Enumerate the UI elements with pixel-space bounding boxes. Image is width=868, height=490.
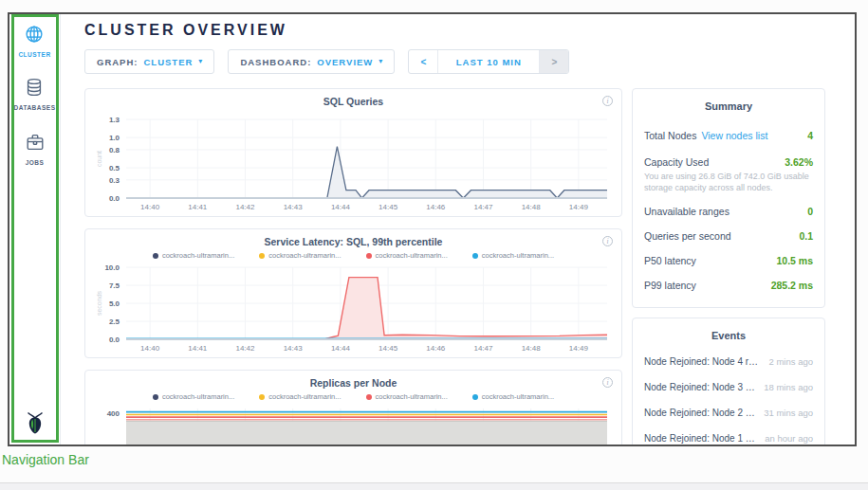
summary-value: 0.1 — [799, 230, 813, 242]
view-nodes-list-link[interactable]: View nodes list — [701, 130, 767, 141]
summary-value: 285.2 ms — [771, 280, 813, 291]
info-icon[interactable]: i — [602, 96, 613, 106]
series-dot — [366, 253, 372, 259]
event-row[interactable]: Node Rejoined: Node 4 rej... 2 mins ago — [644, 349, 813, 374]
svg-text:0.0: 0.0 — [109, 194, 120, 203]
chart-title: Service Latency: SQL, 99th percentile — [94, 236, 613, 247]
svg-text:14:45: 14:45 — [379, 203, 398, 211]
series-dot — [472, 394, 478, 400]
svg-text:14:44: 14:44 — [331, 344, 351, 353]
svg-text:14:44: 14:44 — [331, 203, 351, 211]
sidebar-item-cluster[interactable]: CLUSTER — [18, 24, 50, 58]
event-row[interactable]: Node Rejoined: Node 3 rej... 18 mins ago — [644, 374, 813, 400]
series-dot — [366, 394, 372, 400]
events-card: Events Node Rejoined: Node 4 rej... 2 mi… — [632, 318, 825, 446]
svg-text:14:40: 14:40 — [140, 203, 160, 211]
summary-label: Capacity Used — [644, 156, 709, 168]
time-prev-button[interactable]: < — [409, 50, 437, 73]
summary-row-qps: Queries per second 0.1 — [644, 224, 813, 248]
legend-label: cockroach-ultramarin... — [482, 251, 554, 260]
summary-value: 4 — [807, 130, 813, 141]
sidebar-item-label: CLUSTER — [18, 51, 50, 58]
side-cards-column: Summary Total NodesView nodes list 4 Cap… — [632, 88, 825, 446]
replicas-per-node-chart[interactable]: 40014:4014:4114:4214:4314:4414:4514:4614… — [94, 404, 611, 446]
sidebar-item-label: JOBS — [26, 159, 45, 166]
legend-item: cockroach-ultramarin... — [472, 392, 554, 401]
svg-text:14:41: 14:41 — [188, 203, 208, 211]
capacity-note: You are using 26.8 GiB of 742.0 GiB usab… — [644, 171, 813, 199]
svg-text:14:49: 14:49 — [569, 344, 589, 353]
navigation-bar-annotation-label: Navigation Bar — [2, 452, 89, 467]
svg-text:400: 400 — [107, 409, 120, 418]
series-dot — [472, 253, 478, 259]
info-icon[interactable]: i — [602, 236, 613, 246]
sql-queries-chart[interactable]: 0.00.30.50.81.01.314:4014:4114:4214:4314… — [94, 110, 611, 212]
legend-label: cockroach-ultramarin... — [376, 251, 448, 260]
svg-text:0.8: 0.8 — [109, 146, 120, 154]
database-icon — [24, 77, 45, 101]
chart-legend: cockroach-ultramarin... cockroach-ultram… — [94, 392, 613, 401]
legend-label: cockroach-ultramarin... — [162, 392, 234, 401]
chevron-down-icon: ▾ — [198, 58, 202, 65]
graph-dropdown[interactable]: GRAPH: CLUSTER ▾ — [84, 49, 214, 74]
graph-dropdown-value: CLUSTER — [143, 57, 193, 67]
svg-text:1.0: 1.0 — [109, 134, 120, 142]
event-text: Node Rejoined: Node 4 rej... — [644, 356, 762, 367]
chart-panel-service-latency: Service Latency: SQL, 99th percentile i … — [84, 228, 622, 358]
summary-row-total-nodes: Total NodesView nodes list 4 — [644, 119, 813, 150]
event-text: Node Rejoined: Node 1 rej... — [644, 433, 757, 444]
time-range-label[interactable]: LAST 10 MIN — [437, 50, 540, 73]
legend-item: cockroach-ultramarin... — [366, 392, 448, 401]
event-text: Node Rejoined: Node 2 rej... — [644, 408, 756, 418]
navigation-bar: CLUSTER DATABASES — [9, 14, 61, 445]
svg-text:14:49: 14:49 — [569, 203, 589, 211]
svg-text:14:42: 14:42 — [235, 203, 255, 211]
svg-text:2.5: 2.5 — [109, 318, 120, 326]
series-dot — [259, 253, 265, 259]
dashboard-dropdown-value: OVERVIEW — [317, 57, 373, 67]
charts-column: SQL Queries i 0.00.30.50.81.01.314:4014:… — [84, 88, 622, 446]
cockroachdb-logo[interactable] — [9, 410, 60, 439]
info-icon[interactable]: i — [602, 377, 613, 388]
time-next-button[interactable]: > — [540, 50, 568, 73]
chart-title: Replicas per Node — [94, 377, 613, 389]
svg-text:0.5: 0.5 — [109, 164, 120, 172]
series-dot — [153, 394, 158, 400]
event-time: 2 mins ago — [769, 356, 813, 367]
chart-legend: cockroach-ultramarin... cockroach-ultram… — [94, 251, 613, 260]
svg-text:1.3: 1.3 — [109, 116, 120, 124]
svg-text:14:47: 14:47 — [473, 203, 493, 211]
legend-item: cockroach-ultramarin... — [259, 392, 341, 401]
summary-title: Summary — [644, 97, 813, 119]
svg-text:7.5: 7.5 — [109, 281, 120, 290]
summary-row-p50: P50 latency 10.5 ms — [644, 248, 813, 273]
globe-icon — [24, 24, 45, 48]
summary-label: P99 latency — [644, 280, 696, 291]
event-time: 18 mins ago — [764, 382, 813, 392]
svg-text:seconds: seconds — [96, 290, 102, 316]
summary-label: Total Nodes — [644, 130, 696, 141]
svg-text:5.0: 5.0 — [109, 299, 120, 308]
summary-row-unavailable-ranges: Unavailable ranges 0 — [644, 199, 813, 224]
service-latency-chart[interactable]: 0.02.55.07.510.014:4014:4114:4214:4314:4… — [94, 263, 611, 354]
event-row[interactable]: Node Rejoined: Node 2 rej... 31 mins ago — [644, 400, 813, 426]
page-title: CLUSTER OVERVIEW — [84, 22, 855, 39]
sidebar-item-jobs[interactable]: JOBS — [25, 132, 46, 166]
summary-label: Unavailable ranges — [644, 206, 729, 217]
graph-dropdown-label: GRAPH: — [97, 57, 138, 67]
sidebar-item-databases[interactable]: DATABASES — [14, 77, 56, 111]
svg-text:14:40: 14:40 — [140, 344, 160, 353]
svg-text:14:48: 14:48 — [522, 203, 542, 211]
bottom-strip — [0, 482, 868, 490]
summary-value: 3.62% — [785, 156, 813, 168]
summary-card: Summary Total NodesView nodes list 4 Cap… — [632, 88, 825, 308]
svg-text:0.3: 0.3 — [109, 176, 120, 185]
dashboard-dropdown[interactable]: DASHBOARD: OVERVIEW ▾ — [228, 49, 395, 74]
legend-item: cockroach-ultramarin... — [366, 251, 448, 260]
svg-text:14:41: 14:41 — [188, 344, 208, 353]
event-text: Node Rejoined: Node 3 rej... — [644, 382, 756, 392]
legend-item: cockroach-ultramarin... — [153, 251, 234, 260]
svg-text:10.0: 10.0 — [104, 263, 120, 272]
admin-ui-window: CLUSTER DATABASES — [8, 12, 857, 446]
event-row[interactable]: Node Rejoined: Node 1 rej... an hour ago — [644, 426, 813, 446]
